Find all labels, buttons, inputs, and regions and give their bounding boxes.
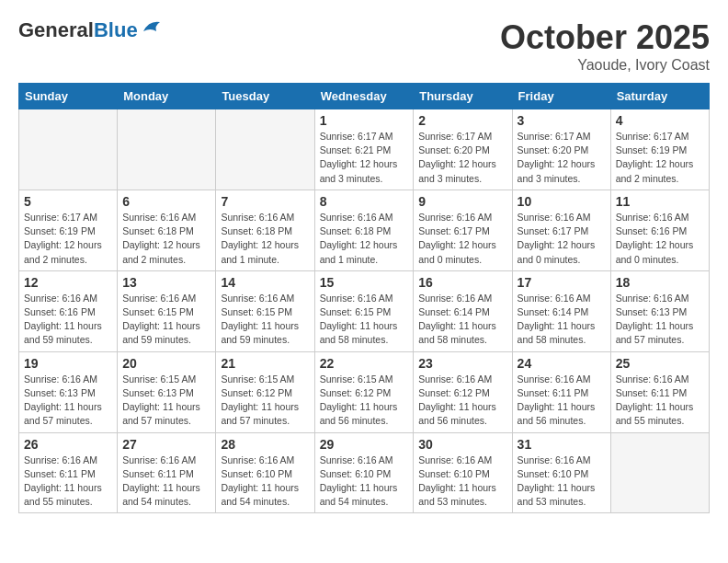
day-number: 26: [24, 437, 112, 452]
calendar-cell: 24Sunrise: 6:16 AM Sunset: 6:11 PM Dayli…: [512, 351, 610, 432]
day-number: 14: [221, 275, 309, 290]
calendar-cell: 20Sunrise: 6:15 AM Sunset: 6:13 PM Dayli…: [118, 351, 216, 432]
day-info: Sunrise: 6:16 AM Sunset: 6:18 PM Dayligh…: [122, 211, 210, 267]
day-number: 28: [221, 437, 309, 452]
month-title: October 2025: [500, 18, 710, 57]
calendar-cell: 25Sunrise: 6:16 AM Sunset: 6:11 PM Dayli…: [610, 351, 709, 432]
day-info: Sunrise: 6:16 AM Sunset: 6:17 PM Dayligh…: [518, 211, 606, 267]
calendar-cell: 15Sunrise: 6:16 AM Sunset: 6:15 PM Dayli…: [314, 270, 414, 351]
calendar-week-row-3: 12Sunrise: 6:16 AM Sunset: 6:16 PM Dayli…: [19, 270, 710, 351]
page-header: GeneralBlue October 2025 Yaoude, Ivory C…: [18, 18, 710, 74]
day-info: Sunrise: 6:16 AM Sunset: 6:10 PM Dayligh…: [518, 454, 606, 510]
calendar-cell: 4Sunrise: 6:17 AM Sunset: 6:19 PM Daylig…: [610, 109, 709, 190]
day-info: Sunrise: 6:17 AM Sunset: 6:19 PM Dayligh…: [616, 130, 704, 186]
calendar-cell: [216, 109, 314, 190]
calendar-cell: 21Sunrise: 6:15 AM Sunset: 6:12 PM Dayli…: [216, 351, 314, 432]
calendar-week-row-1: 1Sunrise: 6:17 AM Sunset: 6:21 PM Daylig…: [19, 109, 710, 190]
day-info: Sunrise: 6:17 AM Sunset: 6:20 PM Dayligh…: [518, 130, 606, 186]
weekday-header-monday: Monday: [118, 84, 216, 109]
logo-general: General: [18, 18, 94, 41]
calendar-cell: 26Sunrise: 6:16 AM Sunset: 6:11 PM Dayli…: [19, 432, 118, 513]
calendar-cell: 27Sunrise: 6:16 AM Sunset: 6:11 PM Dayli…: [118, 432, 216, 513]
day-info: Sunrise: 6:16 AM Sunset: 6:18 PM Dayligh…: [221, 211, 309, 267]
calendar-cell: 3Sunrise: 6:17 AM Sunset: 6:20 PM Daylig…: [512, 109, 610, 190]
calendar-cell: 12Sunrise: 6:16 AM Sunset: 6:16 PM Dayli…: [19, 270, 118, 351]
calendar-cell: 13Sunrise: 6:16 AM Sunset: 6:15 PM Dayli…: [118, 270, 216, 351]
day-info: Sunrise: 6:16 AM Sunset: 6:15 PM Dayligh…: [122, 292, 210, 348]
weekday-header-tuesday: Tuesday: [216, 84, 314, 109]
day-info: Sunrise: 6:17 AM Sunset: 6:20 PM Dayligh…: [418, 130, 506, 186]
day-number: 20: [122, 356, 210, 371]
day-info: Sunrise: 6:15 AM Sunset: 6:12 PM Dayligh…: [221, 373, 309, 429]
day-number: 18: [616, 275, 704, 290]
calendar-cell: 19Sunrise: 6:16 AM Sunset: 6:13 PM Dayli…: [19, 351, 118, 432]
day-number: 29: [320, 437, 409, 452]
calendar-cell: 23Sunrise: 6:16 AM Sunset: 6:12 PM Dayli…: [414, 351, 512, 432]
logo-bird-icon: [142, 18, 162, 35]
calendar-cell: 22Sunrise: 6:15 AM Sunset: 6:12 PM Dayli…: [314, 351, 414, 432]
day-number: 27: [122, 437, 210, 452]
calendar-cell: 8Sunrise: 6:16 AM Sunset: 6:18 PM Daylig…: [314, 190, 414, 270]
calendar-cell: [118, 109, 216, 190]
day-info: Sunrise: 6:16 AM Sunset: 6:11 PM Dayligh…: [122, 454, 210, 510]
calendar-cell: 10Sunrise: 6:16 AM Sunset: 6:17 PM Dayli…: [512, 190, 610, 270]
day-number: 22: [320, 356, 409, 371]
calendar-cell: 31Sunrise: 6:16 AM Sunset: 6:10 PM Dayli…: [512, 432, 610, 513]
title-block: October 2025 Yaoude, Ivory Coast: [500, 18, 710, 74]
day-number: 31: [518, 437, 606, 452]
calendar-week-row-2: 5Sunrise: 6:17 AM Sunset: 6:19 PM Daylig…: [19, 190, 710, 270]
calendar-week-row-5: 26Sunrise: 6:16 AM Sunset: 6:11 PM Dayli…: [19, 432, 710, 513]
day-info: Sunrise: 6:16 AM Sunset: 6:11 PM Dayligh…: [616, 373, 704, 429]
day-info: Sunrise: 6:16 AM Sunset: 6:15 PM Dayligh…: [221, 292, 309, 348]
day-number: 30: [418, 437, 506, 452]
calendar-cell: 1Sunrise: 6:17 AM Sunset: 6:21 PM Daylig…: [314, 109, 414, 190]
day-number: 15: [320, 275, 409, 290]
day-info: Sunrise: 6:16 AM Sunset: 6:12 PM Dayligh…: [418, 373, 506, 429]
day-number: 17: [518, 275, 606, 290]
day-info: Sunrise: 6:16 AM Sunset: 6:17 PM Dayligh…: [418, 211, 506, 267]
calendar-table: SundayMondayTuesdayWednesdayThursdayFrid…: [18, 83, 710, 513]
calendar-cell: 9Sunrise: 6:16 AM Sunset: 6:17 PM Daylig…: [414, 190, 512, 270]
day-number: 1: [320, 113, 409, 128]
calendar-cell: 17Sunrise: 6:16 AM Sunset: 6:14 PM Dayli…: [512, 270, 610, 351]
weekday-header-sunday: Sunday: [19, 84, 118, 109]
day-number: 11: [616, 194, 704, 209]
day-number: 2: [418, 113, 506, 128]
day-info: Sunrise: 6:17 AM Sunset: 6:21 PM Dayligh…: [320, 130, 409, 186]
calendar-cell: [19, 109, 118, 190]
calendar-week-row-4: 19Sunrise: 6:16 AM Sunset: 6:13 PM Dayli…: [19, 351, 710, 432]
day-number: 4: [616, 113, 704, 128]
day-number: 16: [418, 275, 506, 290]
calendar-cell: 16Sunrise: 6:16 AM Sunset: 6:14 PM Dayli…: [414, 270, 512, 351]
day-info: Sunrise: 6:15 AM Sunset: 6:12 PM Dayligh…: [320, 373, 409, 429]
calendar-cell: 30Sunrise: 6:16 AM Sunset: 6:10 PM Dayli…: [414, 432, 512, 513]
day-number: 12: [24, 275, 112, 290]
day-info: Sunrise: 6:16 AM Sunset: 6:16 PM Dayligh…: [616, 211, 704, 267]
day-info: Sunrise: 6:16 AM Sunset: 6:14 PM Dayligh…: [418, 292, 506, 348]
day-info: Sunrise: 6:16 AM Sunset: 6:14 PM Dayligh…: [518, 292, 606, 348]
day-number: 9: [418, 194, 506, 209]
day-info: Sunrise: 6:16 AM Sunset: 6:10 PM Dayligh…: [320, 454, 409, 510]
calendar-cell: 2Sunrise: 6:17 AM Sunset: 6:20 PM Daylig…: [414, 109, 512, 190]
day-number: 24: [518, 356, 606, 371]
day-info: Sunrise: 6:16 AM Sunset: 6:11 PM Dayligh…: [518, 373, 606, 429]
day-number: 3: [518, 113, 606, 128]
day-info: Sunrise: 6:16 AM Sunset: 6:13 PM Dayligh…: [24, 373, 112, 429]
calendar-cell: 28Sunrise: 6:16 AM Sunset: 6:10 PM Dayli…: [216, 432, 314, 513]
calendar-cell: 5Sunrise: 6:17 AM Sunset: 6:19 PM Daylig…: [19, 190, 118, 270]
location-text: Yaoude, Ivory Coast: [500, 57, 710, 74]
logo-blue: Blue: [94, 18, 138, 41]
day-number: 25: [616, 356, 704, 371]
day-number: 19: [24, 356, 112, 371]
day-info: Sunrise: 6:17 AM Sunset: 6:19 PM Dayligh…: [24, 211, 112, 267]
day-number: 21: [221, 356, 309, 371]
day-info: Sunrise: 6:16 AM Sunset: 6:18 PM Dayligh…: [320, 211, 409, 267]
day-number: 6: [122, 194, 210, 209]
day-info: Sunrise: 6:16 AM Sunset: 6:10 PM Dayligh…: [221, 454, 309, 510]
calendar-cell: 7Sunrise: 6:16 AM Sunset: 6:18 PM Daylig…: [216, 190, 314, 270]
day-info: Sunrise: 6:16 AM Sunset: 6:11 PM Dayligh…: [24, 454, 112, 510]
day-info: Sunrise: 6:15 AM Sunset: 6:13 PM Dayligh…: [122, 373, 210, 429]
logo: GeneralBlue: [18, 18, 162, 42]
day-number: 23: [418, 356, 506, 371]
day-number: 5: [24, 194, 112, 209]
